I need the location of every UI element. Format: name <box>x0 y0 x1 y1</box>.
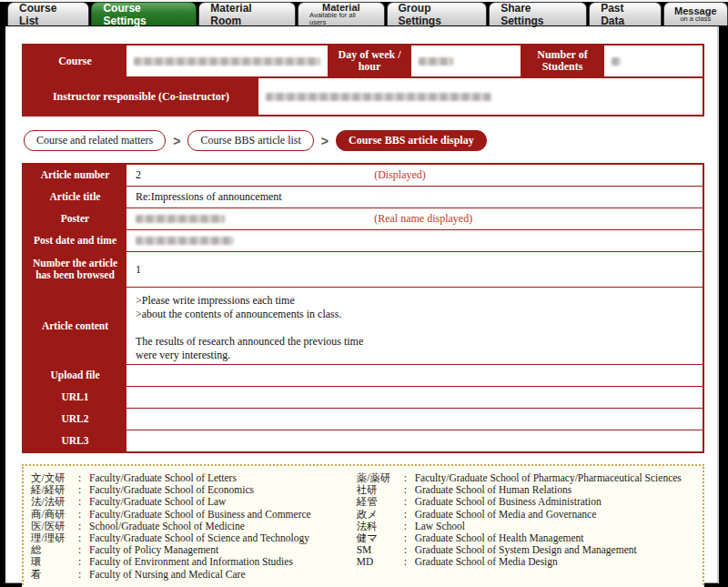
legend-abbr: 法/法研 <box>31 496 78 508</box>
browsed-count-value: 1 <box>126 252 703 287</box>
legend-abbr: 法科 <box>357 521 404 532</box>
url1-label: URL1 <box>24 387 126 408</box>
tab-share-settings[interactable]: Share Settings <box>489 2 587 25</box>
legend-item: 看:Faculty of Nursing and Medical Care <box>31 569 357 581</box>
legend-abbr: 理/理研 <box>31 532 78 544</box>
article-table: Article number 2 (Displayed) Article tit… <box>22 163 704 453</box>
post-date-value <box>126 230 703 251</box>
course-info-table: Course Day of week / hour Number of Stud… <box>22 44 704 116</box>
article-number-label: Article number <box>24 165 126 186</box>
poster-label: Poster <box>24 208 126 229</box>
tab-label: Course List <box>19 2 77 27</box>
legend-abbr: SM <box>357 544 404 556</box>
legend-item: 経管:Graduate School of Business Administr… <box>357 496 695 508</box>
legend-colon: : <box>404 532 415 544</box>
url3-value <box>126 430 703 451</box>
legend-item: 社研:Graduate School of Human Relations <box>357 484 695 496</box>
upload-file-row: Upload file <box>24 364 703 386</box>
legend-desc: Faculty/Graduate School of Law <box>89 496 357 508</box>
tab-material[interactable]: Material Available for all users <box>298 2 384 25</box>
article-number-value: 2 (Displayed) <box>126 165 703 186</box>
article-title-value: Re:Impressions of announcement <box>126 187 703 207</box>
url1-row: URL1 <box>24 386 703 408</box>
course-label: Course <box>24 46 126 76</box>
redacted-value <box>612 57 621 66</box>
legend-colon: : <box>404 472 415 484</box>
legend-abbr: 経管 <box>357 496 404 508</box>
real-name-status: (Real name displayed) <box>374 212 472 226</box>
instructor-row: Instructor responsible (Co-instructor) <box>24 76 703 115</box>
legend-colon: : <box>78 544 89 556</box>
article-title-text: Re:Impressions of announcement <box>136 190 282 204</box>
browsed-count-text: 1 <box>136 263 141 277</box>
legend-desc: Law School <box>415 521 695 532</box>
legend-abbr: 文/文研 <box>31 472 78 484</box>
tab-course-list[interactable]: Course List <box>7 2 89 25</box>
legend-abbr: MD <box>357 556 404 568</box>
tab-label: Material Room <box>210 2 284 27</box>
legend-colon: : <box>78 532 89 544</box>
legend-abbr: 商/商研 <box>31 509 78 521</box>
tab-bar: Course List Course Settings Material Roo… <box>7 2 728 25</box>
tab-group-settings[interactable]: Group Settings <box>387 2 488 25</box>
legend-colon: : <box>78 521 89 532</box>
instructor-label: Instructor responsible (Co-instructor) <box>24 78 258 115</box>
legend-item: 文/文研:Faculty/Graduate School of Letters <box>31 472 357 484</box>
chevron-right-icon: > <box>173 134 180 148</box>
browsed-count-row: Number the article has been browsed 1 <box>24 251 703 287</box>
tab-course-settings[interactable]: Course Settings <box>91 2 197 25</box>
legend-colon: : <box>78 556 89 568</box>
article-content-value: >Please write impressions each time >abo… <box>126 288 703 364</box>
legend-item: 経/経研:Faculty/Graduate School of Economic… <box>31 484 357 496</box>
legend-desc: Graduate School of Media Design <box>415 556 695 568</box>
url3-row: URL3 <box>24 430 703 451</box>
legend-item: 商/商研:Faculty/Graduate School of Business… <box>31 509 357 521</box>
legend-colon: : <box>78 472 89 484</box>
legend-abbr: 総 <box>31 544 78 556</box>
legend-desc: Faculty/Graduate School of Pharmacy/Phar… <box>415 472 695 484</box>
tab-past-data[interactable]: Past Data <box>589 2 661 25</box>
legend-colon: : <box>404 544 415 556</box>
redacted-value <box>419 57 453 66</box>
legend-item: MD:Graduate School of Media Design <box>357 556 695 568</box>
article-title-label: Article title <box>24 187 126 207</box>
legend-abbr: 環 <box>31 556 78 568</box>
legend-item: 健マ:Graduate School of Health Management <box>357 532 695 544</box>
article-title-row: Article title Re:Impressions of announce… <box>24 186 703 207</box>
legend-item: 総:Faculty of Policy Management <box>31 544 357 556</box>
course-info-row: Course Day of week / hour Number of Stud… <box>24 46 703 76</box>
legend-desc: Graduate School of Business Administrati… <box>415 496 695 508</box>
tab-material-room[interactable]: Material Room <box>198 2 296 25</box>
legend-abbr: 医/医研 <box>31 521 78 532</box>
legend-colon: : <box>404 556 415 568</box>
article-content-row: Article content >Please write impression… <box>24 287 703 364</box>
legend-item: SM:Graduate School of System Design and … <box>357 544 695 556</box>
legend-desc: Graduate School of Media and Governance <box>415 509 695 521</box>
main-panel: Course Day of week / hour Number of Stud… <box>5 26 719 583</box>
breadcrumb-course-related-matters[interactable]: Course and related matters <box>24 130 166 151</box>
url2-label: URL2 <box>24 409 126 430</box>
legend-item: 政メ:Graduate School of Media and Governan… <box>357 509 695 521</box>
legend-item: 薬/薬研:Faculty/Graduate School of Pharmacy… <box>357 472 695 484</box>
legend-desc: Faculty of Nursing and Medical Care <box>89 569 357 581</box>
tab-message[interactable]: Message on a class <box>663 2 728 25</box>
legend-colon: : <box>404 509 415 521</box>
legend-item: 法科:Law School <box>357 521 695 532</box>
legend-desc: Faculty/Graduate School of Science and T… <box>89 532 357 544</box>
legend-abbr: 社研 <box>357 484 404 496</box>
legend-item: 環:Faculty of Environment and Information… <box>31 556 357 568</box>
legend-colon: : <box>404 496 415 508</box>
url3-label: URL3 <box>24 430 126 451</box>
legend-colon: : <box>404 484 415 496</box>
number-of-students-label: Number of Students <box>521 46 604 76</box>
browsed-count-label: Number the article has been browsed <box>24 252 126 287</box>
legend-abbr: 薬/薬研 <box>357 472 404 484</box>
legend-item: 法/法研:Faculty/Graduate School of Law <box>31 496 357 508</box>
legend-desc: Faculty of Policy Management <box>89 544 357 556</box>
redacted-value <box>266 93 491 101</box>
legend-abbr: 経/経研 <box>31 484 78 496</box>
breadcrumb-bbs-article-list[interactable]: Course BBS article list <box>187 130 313 151</box>
legend-colon: : <box>78 496 89 508</box>
post-date-row: Post date and time <box>24 229 703 251</box>
poster-row: Poster (Real name displayed) <box>24 207 703 229</box>
